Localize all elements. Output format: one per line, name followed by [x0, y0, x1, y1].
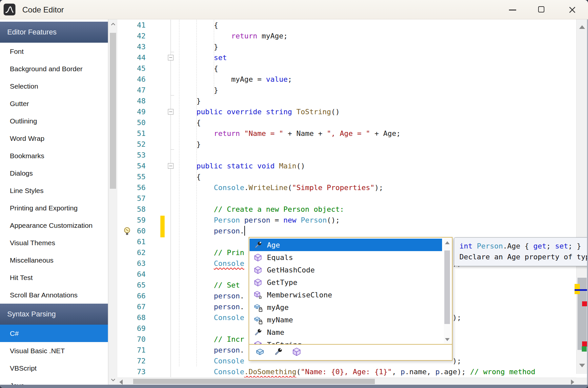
scroll-up-icon[interactable] [579, 25, 585, 29]
line-number: 60 [117, 226, 146, 236]
window-title: Code Editor [22, 0, 64, 19]
scroll-down-icon[interactable] [110, 377, 116, 383]
scroll-down-icon[interactable] [445, 338, 450, 341]
sidebar-item-selection[interactable]: Selection [0, 77, 108, 95]
added-mark [582, 346, 587, 352]
completion-item-name[interactable]: Name [250, 326, 442, 338]
completion-scrollbar-thumb[interactable] [444, 250, 450, 324]
code-line-73[interactable]: 73 Console.DoSomething("Name: {0}, Age: … [117, 366, 587, 377]
sidebar-item-vbscript[interactable]: VBScript [0, 359, 108, 377]
completion-item-myname[interactable]: myName [250, 313, 442, 326]
code-line-47[interactable]: 47 } [117, 85, 587, 96]
code-line-42[interactable]: 42 return myAge; [117, 31, 587, 41]
code-text: } [179, 96, 201, 106]
line-number: 49 [117, 106, 146, 117]
sidebar-item-background-and-border[interactable]: Background and Border [0, 60, 108, 77]
fold-collapse-box[interactable] [168, 55, 173, 60]
code-line-55[interactable]: 55 { [117, 171, 587, 182]
line-number: 46 [117, 74, 146, 85]
completion-item-myage[interactable]: myAge [250, 301, 442, 313]
sidebar-scrollbar-thumb[interactable] [110, 33, 116, 189]
code-line-50[interactable]: 50 { [117, 117, 587, 128]
code-text: { [179, 171, 201, 182]
scroll-left-icon[interactable] [119, 379, 123, 385]
code-line-49[interactable]: 49 public override string ToString() [117, 106, 587, 117]
code-editor-surface[interactable]: 41 {42 return myAge;43 }44 set45 {46 myA… [117, 19, 587, 385]
completion-item-label: GetType [267, 278, 297, 287]
method-icon [253, 278, 262, 287]
sidebar-item-hit-test[interactable]: Hit Test [0, 269, 108, 286]
sidebar-item-outlining[interactable]: Outlining [0, 112, 108, 130]
completion-item-gettype[interactable]: GetType [250, 276, 442, 289]
code-line-53[interactable]: 53 [117, 150, 587, 161]
title-bar: Code Editor [0, 0, 588, 19]
lightbulb-icon[interactable] [123, 226, 132, 235]
sidebar-item-line-styles[interactable]: Line Styles [0, 182, 108, 199]
completion-filter-toolbar [249, 344, 452, 360]
sidebar-item-printing-and-exporting[interactable]: Printing and Exporting [0, 199, 108, 217]
code-line-44[interactable]: 44 set [117, 52, 587, 63]
completion-scrollbar[interactable] [444, 238, 451, 343]
line-number: 69 [117, 323, 146, 334]
scroll-down-icon[interactable] [579, 364, 585, 367]
close-button[interactable] [565, 2, 580, 17]
sidebar-scrollbar[interactable] [108, 19, 117, 385]
method-icon [253, 253, 262, 262]
sidebar-item-gutter[interactable]: Gutter [0, 95, 108, 112]
code-line-60[interactable]: 60 person. [117, 226, 587, 236]
code-line-45[interactable]: 45 { [117, 63, 587, 74]
sidebar-item-scroll-bar-annotations[interactable]: Scroll Bar Annotations [0, 286, 108, 304]
maximize-button[interactable] [534, 2, 549, 17]
code-line-58[interactable]: 58 // Create a new Person object: [117, 204, 587, 215]
method-icon [292, 347, 301, 356]
code-line-46[interactable]: 46 myAge = value; [117, 74, 587, 85]
sidebar-item-c[interactable]: C# [0, 325, 108, 342]
scroll-right-icon[interactable] [571, 379, 574, 385]
completion-item-label: ToString [267, 341, 302, 344]
code-line-51[interactable]: 51 return "Name = " + Name + ", Age = " … [117, 128, 587, 139]
sidebar-item-miscellaneous[interactable]: Miscellaneous [0, 251, 108, 269]
editor-horizontal-scrollbar-thumb[interactable] [133, 379, 375, 384]
code-line-52[interactable]: 52 } [117, 139, 587, 150]
quick-info-tooltip: int Person.Age { get; set; } Declare an … [454, 237, 587, 266]
sidebar-item-font[interactable]: Font [0, 43, 108, 60]
filter-button-field[interactable] [255, 347, 265, 358]
tooltip-description: Declare an Age property of type int: [459, 251, 587, 262]
completion-item-tostring[interactable]: ToString [250, 338, 442, 344]
fold-collapse-box[interactable] [168, 163, 173, 169]
scroll-up-icon[interactable] [445, 241, 450, 244]
code-line-54[interactable]: 54 public static void Main() [117, 161, 587, 171]
code-line-43[interactable]: 43 } [117, 41, 587, 52]
minimize-button[interactable] [505, 2, 520, 17]
sidebar-item-visual-basic-net[interactable]: Visual Basic .NET [0, 342, 108, 359]
code-text: Console.WriteLine("Simple Properties"); [179, 182, 383, 193]
line-number: 53 [117, 150, 146, 161]
code-line-41[interactable]: 41 { [117, 20, 587, 31]
code-line-48[interactable]: 48 } [117, 96, 587, 106]
code-text: { [179, 20, 218, 31]
editor-horizontal-scrollbar[interactable] [117, 377, 576, 385]
fold-collapse-box[interactable] [168, 109, 173, 115]
filter-button-property[interactable] [274, 347, 283, 358]
sidebar-item-bookmarks[interactable]: Bookmarks [0, 147, 108, 164]
code-text: person. [179, 291, 244, 301]
completion-item-gethashcode[interactable]: GetHashCode [250, 264, 442, 276]
scroll-up-icon[interactable] [110, 21, 116, 27]
code-line-59[interactable]: 59 Person person = new Person(); [117, 215, 587, 226]
code-line-57[interactable]: 57 [117, 193, 587, 204]
sidebar-item-dialogs[interactable]: Dialogs [0, 164, 108, 182]
code-text: return "Name = " + Name + ", Age = " + A… [179, 128, 401, 139]
sidebar-item-word-wrap[interactable]: Word Wrap [0, 130, 108, 147]
completion-item-age[interactable]: Age [250, 239, 442, 251]
completion-item-equals[interactable]: Equals [250, 251, 442, 264]
completion-item-label: Equals [267, 253, 293, 262]
line-number: 47 [117, 85, 146, 96]
filter-button-method[interactable] [292, 347, 301, 358]
sidebar-item-appearance-customization[interactable]: Appearance Customization [0, 217, 108, 234]
sidebar-item-visual-themes[interactable]: Visual Themes [0, 234, 108, 251]
completion-item-memberwiseclone[interactable]: MemberwiseClone [250, 289, 442, 301]
sidebar-item-java[interactable]: Java [0, 377, 108, 385]
tooltip-signature: int Person.Age { get; set; } [459, 241, 587, 251]
editor-vertical-scrollbar[interactable] [576, 19, 587, 374]
code-line-56[interactable]: 56 Console.WriteLine("Simple Properties"… [117, 182, 587, 193]
